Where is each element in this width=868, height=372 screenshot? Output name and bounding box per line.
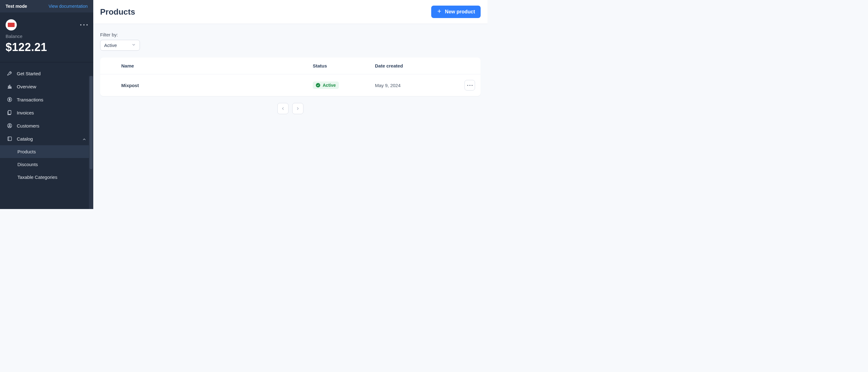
svg-point-7 [9,124,10,126]
svg-rect-2 [9,85,10,88]
col-date[interactable]: Date created [375,63,456,68]
col-name[interactable]: Name [121,63,313,68]
chevron-up-icon [82,136,86,142]
catalog-subnav: Products Discounts Taxable Categories [0,145,93,183]
filter-label: Filter by: [100,32,480,37]
svg-rect-8 [8,137,11,141]
new-product-label: New product [445,9,475,15]
pagination [100,103,480,114]
catalog-icon [7,136,12,142]
sidebar-scrollbar-thumb[interactable] [90,76,93,169]
sidebar: Test mode View documentation Balance $12… [0,0,93,209]
nav-get-started[interactable]: Get Started [0,67,93,80]
nav-label: Transactions [17,97,86,102]
filter-selected-value: Active [104,42,117,48]
account-menu-button[interactable] [80,24,88,26]
table-header: Name Status Date created [100,58,480,74]
filter-status-select[interactable]: Active [100,40,140,51]
nav-label: Get Started [17,71,86,76]
pager-next-button[interactable] [292,103,303,114]
sidebar-nav: Get Started Overview Transactions Invoic… [0,62,93,183]
nav-catalog[interactable]: Catalog [0,132,93,145]
svg-rect-3 [10,87,11,88]
table-row[interactable]: Mixpost Active May 9, 2024 [100,74,480,96]
nav-invoices[interactable]: Invoices [0,106,93,119]
dollar-circle-icon [7,97,12,102]
nav-label: Overview [17,84,86,89]
sidebar-scrollbar[interactable] [89,76,93,209]
test-mode-label: Test mode [6,4,27,9]
content: Filter by: Active Name Status Date creat… [93,24,488,122]
status-text: Active [323,83,336,88]
main: Products New product Filter by: Active N… [93,0,488,209]
svg-rect-1 [8,86,9,88]
nav-label: Catalog [17,136,78,142]
col-status[interactable]: Status [313,63,375,68]
nav-products[interactable]: Products [0,145,93,158]
chevron-down-icon [131,42,136,48]
pager-prev-button[interactable] [277,103,288,114]
bar-chart-icon [7,84,12,89]
svg-rect-5 [8,110,11,114]
status-badge: Active [313,82,339,89]
main-header: Products New product [93,0,488,24]
brand-row [0,12,93,34]
nav-taxable-categories[interactable]: Taxable Categories [0,171,93,183]
check-circle-icon [316,83,320,87]
row-actions-button[interactable] [464,80,475,90]
balance-amount: $122.21 [6,41,88,54]
page-title: Products [100,7,135,17]
svg-point-0 [10,73,10,73]
cell-date: May 9, 2024 [375,83,456,88]
brand-logo[interactable] [6,19,17,30]
products-table: Name Status Date created Mixpost Active [100,58,480,96]
nav-label: Customers [17,123,86,128]
plus-icon [437,9,442,15]
balance-label: Balance [6,34,88,39]
nav-discounts[interactable]: Discounts [0,158,93,171]
user-circle-icon [7,123,12,128]
nav-customers[interactable]: Customers [0,119,93,132]
nav-overview[interactable]: Overview [0,80,93,93]
new-product-button[interactable]: New product [431,6,480,18]
cell-status: Active [313,82,375,89]
invoice-icon [7,110,12,115]
nav-transactions[interactable]: Transactions [0,93,93,106]
nav-label: Invoices [17,110,86,115]
sidebar-topbar: Test mode View documentation [0,0,93,12]
view-documentation-link[interactable]: View documentation [49,4,88,9]
cell-name: Mixpost [121,83,313,88]
rocket-icon [7,70,12,76]
balance-block: Balance $122.21 [0,34,93,62]
